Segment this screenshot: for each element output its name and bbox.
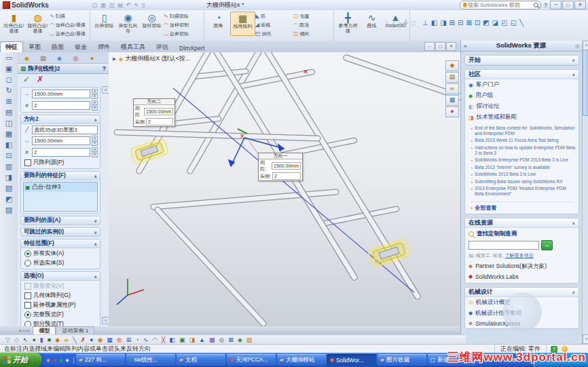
standard-view-icon[interactable]: ⊡ <box>475 19 480 26</box>
news-item[interactable]: » Submitting Beta Issues using SolidWork… <box>471 179 576 185</box>
view-tool-icon[interactable]: ◨ <box>5 174 12 181</box>
task-pane-tab-icon[interactable]: ▰ <box>445 83 459 94</box>
direction2-count-spinner[interactable]: ▲▼ <box>92 147 98 157</box>
geometry-pattern-checkbox[interactable] <box>24 292 31 299</box>
view-tool-icon[interactable]: ◫ <box>5 119 12 127</box>
community-link[interactable]: ◆ 用户组 <box>465 90 578 101</box>
pushpin-icon[interactable]: ◎ <box>575 43 580 49</box>
command-manager-tab[interactable]: 曲面 <box>46 41 69 52</box>
flyout-expand-icon[interactable]: ▶ <box>113 56 116 62</box>
standard-view-icon[interactable]: ⊞ <box>449 19 455 26</box>
quick-launch-icon[interactable]: ● <box>65 357 69 364</box>
view-tool-icon[interactable]: ▤ <box>5 109 12 116</box>
standard-view-icon[interactable]: ◩ <box>483 19 489 26</box>
view-tool-icon[interactable]: ▨ <box>5 206 12 214</box>
partner-solutions-link[interactable]: ◈ Partner Solutions(解决方案) <box>465 261 578 272</box>
news-item[interactable]: » SolidWorks 2013 Beta 3 is Live <box>471 172 576 177</box>
sketch-tool-icon[interactable]: ▮ <box>40 336 43 344</box>
ribbon-small-button[interactable]: ∿ 扫描切除 <box>164 12 202 20</box>
direction2-spacing-input[interactable]: 1500.00mm <box>32 136 90 145</box>
standard-view-icon[interactable]: ◰ <box>501 19 507 26</box>
sketch-tool-icon[interactable]: ◨ <box>189 336 196 344</box>
direction2-spacing-spinner[interactable]: ▲▼ <box>92 136 98 146</box>
sketch-tool-icon[interactable]: ◍ <box>219 336 225 344</box>
ribbon-small-button[interactable]: ◫ 镜向 <box>293 29 331 38</box>
quick-access-icon[interactable]: ↶ <box>126 2 131 8</box>
callout-instances-value[interactable]: 2 <box>272 172 301 180</box>
cancel-button[interactable]: ✗ <box>37 75 43 84</box>
quick-launch-icon[interactable]: ● <box>59 357 62 364</box>
sketch-tool-icon[interactable]: ▲ <box>199 336 205 344</box>
snap-tool-icon[interactable]: ╲ <box>386 20 389 26</box>
model-tab[interactable]: 模型 <box>33 326 56 334</box>
standard-view-icon[interactable]: ◧ <box>431 19 437 26</box>
help-search-box[interactable]: ? 搜索 SolidWorks 帮助 <box>460 1 541 9</box>
view-tool-icon[interactable]: ◧ <box>5 141 12 149</box>
view-tool-icon[interactable]: ▣ <box>5 65 12 73</box>
sketch-tool-icon[interactable]: ▰ <box>64 336 69 344</box>
maximize-button[interactable]: □ <box>562 1 574 9</box>
pm-help-icon[interactable]: ? <box>103 65 107 72</box>
sketch-tool-icon[interactable]: ◔ <box>135 336 139 344</box>
sketch-tool-icon[interactable]: ⊠ <box>228 336 234 344</box>
callout-spacing-value[interactable]: 1500.00mm <box>272 162 301 170</box>
snap-tool-icon[interactable]: ◻ <box>410 20 415 26</box>
ribbon-small-button[interactable]: ◢ 拔模 <box>255 20 293 29</box>
help-button[interactable]: ? <box>544 2 547 9</box>
view-tool-icon[interactable]: ◻ <box>5 76 12 83</box>
direction1-count-spinner[interactable]: ▲▼ <box>92 100 98 111</box>
manufacturer-search-input[interactable] <box>468 241 539 250</box>
command-manager-tab[interactable]: 钣金 <box>69 41 92 52</box>
all-bodies-radio[interactable] <box>24 250 31 257</box>
full-preview-radio[interactable] <box>24 311 31 318</box>
ribbon-small-button[interactable]: ▢ 包覆 <box>293 12 331 20</box>
command-manager-tab[interactable]: 草图 <box>23 41 46 52</box>
faces-to-pattern-header[interactable]: 要阵列的面(A) ∨ <box>21 216 100 225</box>
sketch-tool-icon[interactable]: ⊞ <box>126 336 132 344</box>
pm-scrollbar[interactable]: ∧ ∨ <box>102 86 108 324</box>
callout-spacing-value[interactable]: 1500.00mm <box>144 108 173 115</box>
ribbon-large-button[interactable]: ◎ 旋转切除 <box>140 12 164 35</box>
community-link[interactable]: ◧ 探讨论坛 <box>465 101 578 112</box>
taskbar-button[interactable]: ▰ 文档 <box>177 354 225 366</box>
community-link[interactable]: ◨ 技术警戒和新闻 <box>465 112 578 123</box>
find-manufacturers-row[interactable]: 查找定制制造商 <box>465 228 578 239</box>
property-manager-tab[interactable]: ◆ <box>19 53 35 64</box>
instances-to-skip-header[interactable]: 可跳过的实例(I) ∨ <box>21 228 100 236</box>
vary-sketch-checkbox[interactable] <box>24 283 31 290</box>
sketch-tool-icon[interactable]: ╲ <box>73 336 76 344</box>
doc-close-button[interactable]: ✕ <box>446 42 456 51</box>
ribbon-large-button[interactable]: ◉ 异型孔向导 <box>116 12 140 35</box>
ribbon-small-button[interactable]: ◠ 放样切割 <box>164 20 202 29</box>
seed-only-checkbox[interactable] <box>24 159 31 166</box>
sketch-tool-icon[interactable]: ● <box>32 336 35 344</box>
task-pane-tab-icon[interactable]: ▦ <box>445 95 459 106</box>
view-tool-icon[interactable]: ◩ <box>5 195 12 203</box>
property-manager-tab[interactable]: ● <box>84 53 100 64</box>
command-manager-tab[interactable]: 模具工具 <box>115 41 151 52</box>
snap-tool-icon[interactable]: ╱ <box>392 20 395 26</box>
taskbar-button[interactable]: ▰ 大棚倒模站 <box>277 354 326 366</box>
task-pane-tab-icon[interactable]: ● <box>445 107 459 117</box>
ribbon-small-button[interactable]: ◠ 圆顶 <box>293 20 331 29</box>
view-tool-icon[interactable]: ▭ <box>5 54 12 62</box>
sketch-tool-icon[interactable]: ◇ <box>14 336 19 344</box>
taskbar-button[interactable]: ◆ SolidWor... <box>327 354 376 366</box>
direction2-header[interactable]: 方向2 ∧ <box>21 115 100 124</box>
ribbon-large-button[interactable]: ╋ 参考几何体 <box>336 12 360 35</box>
propagate-visual-checkbox[interactable] <box>24 302 31 309</box>
hint-link[interactable]: 了解更多信息 <box>505 253 534 258</box>
property-manager-tab[interactable]: ◎ <box>68 53 84 64</box>
ribbon-large-button[interactable]: ▦ 线性阵列 <box>230 12 255 36</box>
sketch-tool-icon[interactable]: ● <box>90 336 93 344</box>
command-manager-tab[interactable]: 评估 <box>151 41 174 52</box>
solidworks-labs-link[interactable]: ◆ SolidWorks Labs <box>465 272 578 283</box>
command-manager-tab[interactable]: 特征 <box>0 41 23 52</box>
start-button[interactable]: 开始 <box>0 353 42 367</box>
search-icon[interactable] <box>534 3 538 7</box>
sketch-tool-icon[interactable]: ╳ <box>162 336 165 344</box>
taskbar-button[interactable]: ▰ 图片收藏 <box>378 354 426 366</box>
minimize-button[interactable]: ─ <box>550 1 562 9</box>
view-tool-icon[interactable]: ▥ <box>5 163 12 170</box>
sketch-tool-icon[interactable]: ◧ <box>170 336 176 344</box>
